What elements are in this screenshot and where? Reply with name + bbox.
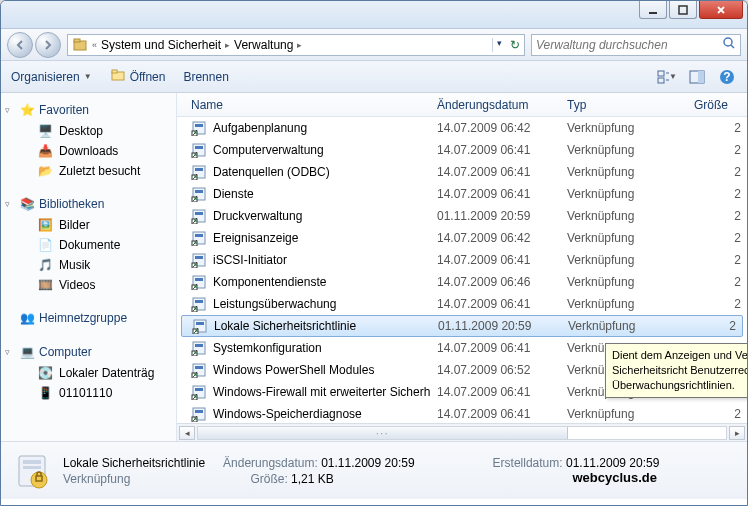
svg-rect-53 (195, 410, 203, 413)
svg-rect-23 (195, 190, 203, 193)
file-date: 14.07.2009 06:46 (431, 275, 561, 289)
file-name: Aufgabenplanung (213, 121, 307, 135)
file-row[interactable]: Lokale Sicherheitsrichtlinie01.11.2009 2… (181, 315, 743, 337)
sidebar-computer[interactable]: ▿💻Computer (1, 341, 176, 363)
svg-rect-8 (658, 78, 664, 83)
breadcrumb-sep: « (92, 40, 97, 50)
column-headers: Name Änderungsdatum Typ Größe (177, 93, 747, 117)
file-name: Dienste (213, 187, 254, 201)
dropdown-icon[interactable]: ▾ (492, 38, 506, 52)
column-size[interactable]: Größe (669, 98, 747, 112)
file-name: Komponentendienste (213, 275, 326, 289)
close-button[interactable] (699, 1, 743, 19)
details-size-value: 1,21 KB (291, 472, 334, 486)
downloads-icon: 📥 (37, 143, 53, 159)
file-date: 01.11.2009 20:59 (431, 209, 561, 223)
file-type: Verknüpfung (561, 187, 669, 201)
sidebar-item-documents[interactable]: 📄Dokumente (1, 235, 176, 255)
file-row[interactable]: Aufgabenplanung14.07.2009 06:42Verknüpfu… (177, 117, 747, 139)
svg-point-4 (724, 38, 732, 46)
svg-point-58 (31, 472, 47, 488)
file-row[interactable]: iSCSI-Initiator14.07.2009 06:41Verknüpfu… (177, 249, 747, 271)
forward-button[interactable] (35, 32, 61, 58)
sidebar-libraries[interactable]: ▿📚Bibliotheken (1, 193, 176, 215)
sidebar-item-desktop[interactable]: 🖥️Desktop (1, 121, 176, 141)
organize-button[interactable]: Organisieren▼ (11, 70, 92, 84)
file-row[interactable]: Datenquellen (ODBC)14.07.2009 06:41Verkn… (177, 161, 747, 183)
file-type: Verknüpfung (561, 209, 669, 223)
scroll-thumb[interactable]: ··· (198, 427, 568, 439)
file-type: Verknüpfung (561, 275, 669, 289)
sidebar-homegroup[interactable]: 👥Heimnetzgruppe (1, 307, 176, 329)
help-button[interactable]: ? (717, 67, 737, 87)
shortcut-icon (191, 142, 207, 158)
scroll-right-button[interactable]: ▸ (729, 426, 745, 440)
shortcut-icon (191, 362, 207, 378)
libraries-icon: 📚 (19, 196, 35, 212)
file-name: Druckverwaltung (213, 209, 302, 223)
file-row[interactable]: Computerverwaltung14.07.2009 06:41Verknü… (177, 139, 747, 161)
titlebar (1, 1, 747, 29)
sidebar-item-localdisk[interactable]: 💽Lokaler Datenträg (1, 363, 176, 383)
maximize-button[interactable] (669, 1, 697, 19)
scroll-track[interactable]: ··· (197, 426, 727, 440)
sidebar-item-pictures[interactable]: 🖼️Bilder (1, 215, 176, 235)
file-date: 14.07.2009 06:52 (431, 363, 561, 377)
file-list[interactable]: Aufgabenplanung14.07.2009 06:42Verknüpfu… (177, 117, 747, 423)
pictures-icon: 🖼️ (37, 217, 53, 233)
tooltip: Dient dem Anzeigen und Verändern von lok… (605, 343, 747, 398)
file-date: 14.07.2009 06:41 (431, 143, 561, 157)
shortcut-icon (191, 252, 207, 268)
file-row[interactable]: Komponentendienste14.07.2009 06:46Verknü… (177, 271, 747, 293)
svg-rect-14 (195, 124, 203, 127)
sidebar-item-phone[interactable]: 📱01101110 (1, 383, 176, 403)
search-input[interactable] (536, 38, 718, 52)
details-mod-label: Änderungsdatum: (223, 456, 318, 470)
file-name: Windows-Firewall mit erweiterter Sicherh… (213, 385, 431, 399)
details-mod-value: 01.11.2009 20:59 (321, 456, 414, 470)
details-subtitle: Verknüpfung (63, 472, 130, 486)
minimize-button[interactable] (639, 1, 667, 19)
svg-rect-1 (679, 6, 687, 14)
sidebar-favorites[interactable]: ▿⭐Favoriten (1, 99, 176, 121)
file-date: 14.07.2009 06:41 (431, 253, 561, 267)
burn-button[interactable]: Brennen (183, 70, 228, 84)
back-button[interactable] (7, 32, 33, 58)
breadcrumb-seg-2[interactable]: Verwaltung (234, 38, 293, 52)
search-box[interactable] (531, 34, 741, 56)
sidebar-item-recent[interactable]: 📂Zuletzt besucht (1, 161, 176, 181)
watermark: webcyclus.de (572, 470, 657, 485)
horizontal-scrollbar[interactable]: ◂ ··· ▸ (177, 423, 747, 441)
svg-rect-10 (698, 71, 704, 83)
chevron-right-icon: ▸ (225, 40, 230, 50)
file-date: 14.07.2009 06:41 (431, 385, 561, 399)
file-row[interactable]: Druckverwaltung01.11.2009 20:59Verknüpfu… (177, 205, 747, 227)
refresh-icon[interactable]: ↻ (510, 38, 520, 52)
search-icon[interactable] (722, 36, 736, 53)
preview-pane-button[interactable] (687, 67, 707, 87)
sidebar-item-downloads[interactable]: 📥Downloads (1, 141, 176, 161)
file-row[interactable]: Windows-Speicherdiagnose14.07.2009 06:41… (177, 403, 747, 423)
sidebar-item-music[interactable]: 🎵Musik (1, 255, 176, 275)
navigation-bar: « System und Sicherheit ▸ Verwaltung ▸ ▾… (1, 29, 747, 61)
recent-icon (72, 37, 88, 53)
column-name[interactable]: Name (185, 98, 431, 112)
file-row[interactable]: Dienste14.07.2009 06:41Verknüpfung2 (177, 183, 747, 205)
column-type[interactable]: Typ (561, 98, 669, 112)
details-file-icon (11, 450, 53, 492)
view-options-button[interactable]: ▼ (657, 67, 677, 87)
file-row[interactable]: Ereignisanzeige14.07.2009 06:42Verknüpfu… (177, 227, 747, 249)
address-bar[interactable]: « System und Sicherheit ▸ Verwaltung ▸ ▾… (67, 34, 525, 56)
sidebar-item-videos[interactable]: 🎞️Videos (1, 275, 176, 295)
scroll-left-button[interactable]: ◂ (179, 426, 195, 440)
file-row[interactable]: Leistungsüberwachung14.07.2009 06:41Verk… (177, 293, 747, 315)
open-icon (110, 67, 126, 86)
breadcrumb-seg-1[interactable]: System und Sicherheit (101, 38, 221, 52)
file-name: Windows PowerShell Modules (213, 363, 374, 377)
column-date[interactable]: Änderungsdatum (431, 98, 561, 112)
svg-rect-17 (195, 146, 203, 149)
navigation-pane: ▿⭐Favoriten 🖥️Desktop 📥Downloads 📂Zuletz… (1, 93, 177, 441)
open-button[interactable]: Öffnen (110, 67, 166, 86)
toolbar: Organisieren▼ Öffnen Brennen ▼ ? (1, 61, 747, 93)
file-date: 14.07.2009 06:41 (431, 407, 561, 421)
